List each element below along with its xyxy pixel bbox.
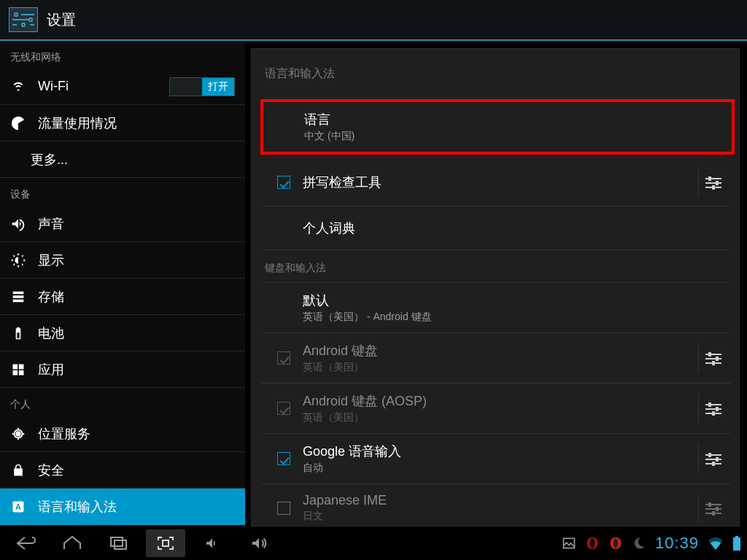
- row-title: 语言: [304, 111, 355, 128]
- row-japanese-ime[interactable]: Japanese IME 日文: [262, 484, 730, 526]
- storage-icon: [10, 289, 26, 305]
- svg-point-9: [614, 538, 619, 548]
- system-navbar: 10:39: [0, 526, 747, 560]
- row-spellcheck[interactable]: 拼写检查工具: [262, 159, 730, 206]
- svg-rect-11: [735, 536, 738, 538]
- sidebar-item-security[interactable]: 安全: [0, 452, 245, 489]
- apps-icon: [10, 362, 26, 378]
- svg-point-7: [590, 538, 595, 548]
- sidebar-item-sound[interactable]: 声音: [0, 206, 245, 242]
- nav-home-button[interactable]: [53, 529, 92, 557]
- panel-header: 语言和输入法: [262, 61, 730, 101]
- nav-screenshot-button[interactable]: [146, 529, 185, 557]
- sidebar-item-battery[interactable]: 电池: [0, 315, 245, 351]
- battery-status-icon: [732, 536, 741, 551]
- sidebar-item-label: Wi-Fi: [38, 79, 69, 94]
- row-language[interactable]: 语言 中文 (中国): [263, 102, 732, 152]
- row-android-keyboard[interactable]: Android 键盘 英语（美国）: [262, 333, 730, 384]
- svg-rect-4: [163, 540, 169, 546]
- sidebar-item-label: 声音: [38, 215, 64, 233]
- row-default-keyboard[interactable]: 默认 英语（美国） - Android 键盘: [262, 283, 730, 333]
- lock-icon: [10, 462, 26, 478]
- row-subtitle: 英语（美国）: [303, 411, 427, 424]
- wifi-toggle[interactable]: 打开: [169, 77, 235, 96]
- settings-button[interactable]: [698, 394, 727, 423]
- sidebar-category-wireless: 无线和网络: [0, 41, 245, 69]
- sidebar-category-device: 设备: [0, 178, 245, 206]
- settings-button[interactable]: [698, 168, 727, 197]
- brightness-icon: [10, 252, 26, 268]
- settings-button[interactable]: [698, 494, 727, 523]
- settings-button[interactable]: [698, 343, 727, 373]
- sliders-icon: [705, 453, 721, 464]
- row-title: 个人词典: [303, 219, 355, 237]
- svg-rect-10: [733, 537, 740, 551]
- sidebar-item-label: 存储: [38, 288, 64, 306]
- sidebar-item-label: 应用: [38, 361, 64, 378]
- app-title: 设置: [47, 10, 76, 30]
- sliders-icon: [705, 402, 721, 414]
- svg-text:A: A: [15, 502, 21, 511]
- row-title: Android 键盘: [303, 342, 378, 359]
- row-title: Japanese IME: [303, 493, 387, 508]
- checkbox-icon: [277, 402, 290, 415]
- battery-icon: [10, 325, 26, 341]
- sidebar-item-label: 语言和输入法: [38, 498, 117, 516]
- sidebar-item-wifi[interactable]: Wi-Fi 打开: [0, 69, 245, 105]
- sidebar-item-label: 安全: [38, 462, 64, 479]
- moon-icon: [632, 536, 646, 551]
- row-subtitle: 自动: [303, 462, 401, 475]
- nav-volume-up-button[interactable]: [239, 529, 279, 557]
- sidebar-item-label: 更多...: [31, 151, 68, 168]
- nav-back-button[interactable]: [6, 529, 45, 557]
- row-title: Google 语音输入: [303, 443, 401, 460]
- opera-icon: [608, 536, 623, 551]
- settings-sidebar[interactable]: 无线和网络 Wi-Fi 打开 流量使用情况 更多... 设备 声音: [0, 41, 248, 526]
- picture-icon: [562, 536, 576, 551]
- sidebar-item-storage[interactable]: 存储: [0, 279, 245, 315]
- sidebar-item-apps[interactable]: 应用: [0, 351, 245, 388]
- checkbox-icon[interactable]: [277, 452, 290, 465]
- row-personal-dictionary[interactable]: 个人词典: [262, 206, 730, 250]
- nav-recent-button[interactable]: [99, 529, 139, 557]
- settings-button[interactable]: [698, 444, 727, 473]
- row-subtitle: 英语（美国）: [303, 361, 378, 374]
- row-google-voice[interactable]: Google 语音输入 自动: [262, 434, 730, 484]
- wifi-icon: [10, 79, 26, 95]
- location-icon: [10, 426, 26, 442]
- status-clock: 10:39: [655, 534, 699, 553]
- svg-rect-3: [115, 540, 126, 549]
- opera-icon: [585, 536, 600, 551]
- checkbox-icon[interactable]: [277, 176, 290, 189]
- sliders-icon: [705, 176, 721, 188]
- row-subtitle: 日文: [303, 510, 387, 523]
- app-bar: 设置: [0, 0, 747, 41]
- sidebar-item-label: 流量使用情况: [38, 114, 117, 132]
- sidebar-category-personal: 个人: [0, 388, 245, 416]
- wifi-signal-icon: [708, 537, 724, 550]
- sliders-icon: [705, 352, 721, 364]
- row-title: Android 键盘 (AOSP): [303, 392, 427, 410]
- row-subtitle: 中文 (中国): [304, 130, 355, 143]
- checkbox-icon[interactable]: [277, 502, 290, 515]
- wifi-toggle-label: 打开: [202, 78, 234, 96]
- sidebar-item-label: 显示: [38, 252, 64, 269]
- sliders-icon: [705, 502, 721, 514]
- sidebar-item-location[interactable]: 位置服务: [0, 416, 245, 452]
- sidebar-item-data-usage[interactable]: 流量使用情况: [0, 105, 245, 141]
- sidebar-item-label: 电池: [38, 324, 64, 342]
- row-title: 拼写检查工具: [303, 174, 382, 191]
- row-title: 默认: [303, 292, 432, 309]
- sidebar-item-label: 位置服务: [38, 425, 90, 443]
- nav-volume-down-button[interactable]: [193, 529, 232, 557]
- svg-rect-2: [111, 537, 123, 546]
- main-panel[interactable]: 语言和输入法 语言 中文 (中国) 拼写检查工具: [251, 48, 740, 526]
- sidebar-item-display[interactable]: 显示: [0, 242, 245, 279]
- settings-icon: [9, 7, 38, 32]
- status-tray[interactable]: 10:39: [562, 534, 741, 553]
- sound-icon: [10, 216, 26, 232]
- data-usage-icon: [10, 115, 26, 131]
- sidebar-item-more[interactable]: 更多...: [0, 141, 245, 178]
- sidebar-item-language-input[interactable]: A 语言和输入法: [0, 489, 245, 525]
- row-aosp-keyboard[interactable]: Android 键盘 (AOSP) 英语（美国）: [262, 384, 730, 434]
